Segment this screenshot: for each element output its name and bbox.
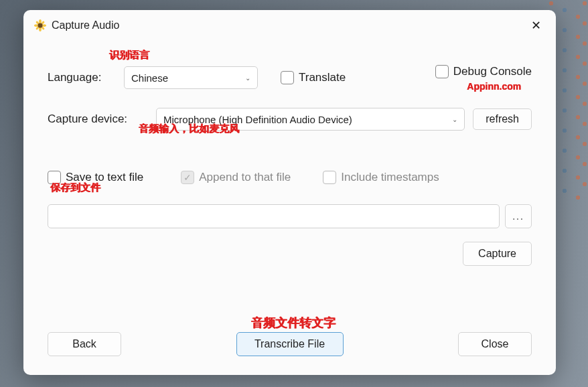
footer: Back Transcribe File Close xyxy=(48,332,532,356)
file-path-input[interactable] xyxy=(48,204,500,228)
refresh-button[interactable]: refresh xyxy=(473,108,532,130)
append-label: Append to that file xyxy=(199,171,291,184)
svg-point-9 xyxy=(38,23,43,28)
device-value: Microphone (High Definition Audio Device… xyxy=(163,114,352,125)
capture-audio-dialog: Capture Audio ✕ Debug Console Appinn.com… xyxy=(23,10,556,375)
translate-checkbox[interactable] xyxy=(281,71,294,84)
timestamps-checkbox[interactable] xyxy=(323,171,336,184)
transcribe-file-button[interactable]: Transcribe File xyxy=(236,332,344,356)
annotation-audio-to-text: 音频文件转文字 xyxy=(251,315,336,331)
device-row: Capture device: Microphone (High Definit… xyxy=(48,108,532,131)
svg-point-1 xyxy=(39,19,42,23)
device-label: Capture device: xyxy=(48,112,147,126)
back-button[interactable]: Back xyxy=(48,332,121,356)
svg-point-2 xyxy=(39,27,42,31)
append-checkbox xyxy=(181,171,194,184)
language-label: Language: xyxy=(48,71,115,84)
svg-point-3 xyxy=(34,24,38,27)
file-path-row: ... xyxy=(48,204,532,228)
chevron-down-icon: ⌄ xyxy=(245,74,250,82)
save-row: Save to text file Append to that file In… xyxy=(48,171,532,184)
annotation-language: 识别语言 xyxy=(109,49,149,62)
close-button[interactable]: Close xyxy=(458,332,532,356)
close-icon[interactable]: ✕ xyxy=(528,18,544,33)
chevron-down-icon: ⌄ xyxy=(452,116,457,123)
dialog-content: Debug Console Appinn.com 识别语言 Language: … xyxy=(23,37,556,279)
language-row: Language: Chinese ⌄ Translate xyxy=(48,66,532,89)
language-select[interactable]: Chinese ⌄ xyxy=(124,66,258,89)
browse-button[interactable]: ... xyxy=(505,204,532,228)
device-select[interactable]: Microphone (High Definition Audio Device… xyxy=(156,108,465,131)
save-to-file-checkbox[interactable] xyxy=(48,171,61,184)
app-icon xyxy=(34,19,46,31)
capture-row: Capture xyxy=(48,242,532,266)
save-to-file-label: Save to text file xyxy=(66,171,143,184)
timestamps-label: Include timestamps xyxy=(341,171,439,184)
svg-point-4 xyxy=(42,24,46,27)
window-title: Capture Audio xyxy=(52,19,528,31)
titlebar: Capture Audio ✕ xyxy=(23,10,556,37)
capture-button[interactable]: Capture xyxy=(463,242,532,266)
language-value: Chinese xyxy=(131,72,168,84)
translate-label: Translate xyxy=(299,71,346,84)
